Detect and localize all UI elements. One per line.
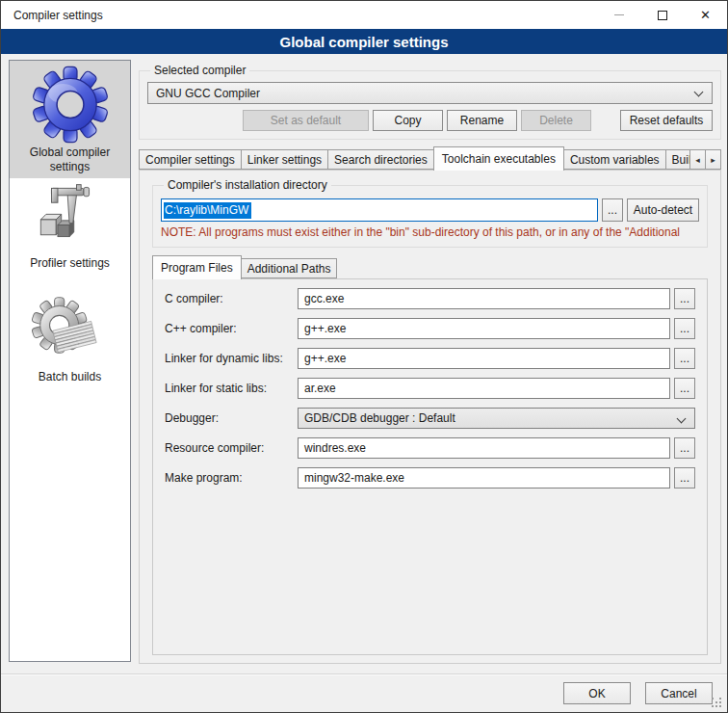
cancel-button[interactable]: Cancel <box>645 682 713 704</box>
window-controls: ✕ <box>597 1 727 29</box>
sidebar-item-batch-builds[interactable]: Batch builds <box>10 286 130 404</box>
installation-directory-group-label: Compiler's installation directory <box>164 178 331 192</box>
copy-button[interactable]: Copy <box>373 110 443 131</box>
browse-c-compiler-button[interactable]: ... <box>674 288 695 309</box>
sidebar-item-label: Profiler settings <box>26 254 114 275</box>
sidebar-item-profiler-settings[interactable]: Profiler settings <box>10 178 130 286</box>
tab-scroll-right-button[interactable]: ▸ <box>705 149 721 170</box>
blue-gear-icon <box>30 66 111 144</box>
debugger-row: Debugger: GDB/CDB debugger : Default <box>165 408 695 429</box>
settings-tabstrip: Compiler settings Linker settings Search… <box>139 145 721 170</box>
selected-compiler-group-label: Selected compiler <box>150 64 249 77</box>
main-panel: Selected compiler GNU GCC Compiler Set a… <box>139 54 721 664</box>
installation-directory-group: Compiler's installation directory C:\ray… <box>152 178 708 248</box>
static-linker-value: ar.exe <box>304 382 336 395</box>
compiler-select[interactable]: GNU GCC Compiler <box>147 82 713 104</box>
compiler-buttons: Set as default Copy Rename Delete Reset … <box>147 110 713 131</box>
minimize-button <box>597 1 640 29</box>
debugger-select[interactable]: GDB/CDB debugger : Default <box>298 408 695 429</box>
browse-make-program-button[interactable]: ... <box>674 467 695 489</box>
selected-compiler-group: Selected compiler GNU GCC Compiler Set a… <box>139 64 721 140</box>
arrow-right-icon: ▸ <box>711 155 715 165</box>
tab-compiler-settings[interactable]: Compiler settings <box>139 149 242 170</box>
set-as-default-button: Set as default <box>243 110 369 131</box>
arrow-left-icon: ◂ <box>695 155 700 165</box>
footer-divider <box>1 673 727 675</box>
make-program-row: Make program: mingw32-make.exe ... <box>165 467 695 489</box>
program-files-tabstrip: Program Files Additional Paths <box>152 254 708 278</box>
tab-scroll-buttons: ◂ ▸ <box>690 149 721 170</box>
debugger-label: Debugger: <box>165 411 298 425</box>
chevron-down-icon <box>694 88 704 97</box>
reset-defaults-button[interactable]: Reset defaults <box>620 110 713 131</box>
resource-compiler-label: Resource compiler: <box>165 441 298 455</box>
caliper-blocks-icon <box>32 183 109 254</box>
maximize-icon <box>658 11 667 20</box>
minimize-icon <box>614 14 624 15</box>
dynamic-linker-row: Linker for dynamic libs: g++.exe ... <box>165 348 695 369</box>
tab-program-files[interactable]: Program Files <box>152 255 242 279</box>
make-program-input[interactable]: mingw32-make.exe <box>298 467 670 489</box>
sidebar-item-global-compiler-settings[interactable]: Global compiler settings <box>10 61 130 178</box>
tab-scroll-left-button[interactable]: ◂ <box>689 149 706 170</box>
browse-static-linker-button[interactable]: ... <box>674 378 695 399</box>
resource-compiler-value: windres.exe <box>304 441 366 455</box>
page-title: Global compiler settings <box>1 29 727 54</box>
program-files-panel: C compiler: gcc.exe ... C++ compiler: g+… <box>152 278 708 655</box>
close-icon: ✕ <box>700 9 711 21</box>
resize-grip-icon[interactable] <box>712 698 723 709</box>
delete-button: Delete <box>521 110 591 131</box>
cpp-compiler-label: C++ compiler: <box>165 322 298 335</box>
cpp-compiler-input[interactable]: g++.exe <box>298 318 670 339</box>
settings-category-list: Global compiler settings <box>9 60 131 662</box>
browse-resource-compiler-button[interactable]: ... <box>674 437 695 459</box>
window-title: Compiler settings <box>1 9 103 22</box>
static-linker-row: Linker for static libs: ar.exe ... <box>165 378 695 399</box>
debugger-value: GDB/CDB debugger : Default <box>304 411 455 425</box>
tab-build-options[interactable]: Build <box>665 149 690 170</box>
cpp-compiler-row: C++ compiler: g++.exe ... <box>165 318 695 339</box>
toolchain-executables-panel: Compiler's installation directory C:\ray… <box>139 170 721 664</box>
rename-button[interactable]: Rename <box>447 110 517 131</box>
make-program-value: mingw32-make.exe <box>304 471 404 485</box>
static-linker-input[interactable]: ar.exe <box>298 378 670 399</box>
dialog-content: Global compiler settings <box>1 54 727 712</box>
installation-directory-input[interactable]: C:\raylib\MinGW <box>161 198 598 222</box>
cpp-compiler-value: g++.exe <box>304 322 346 335</box>
static-linker-label: Linker for static libs: <box>165 382 298 395</box>
dynamic-linker-value: g++.exe <box>304 352 346 365</box>
tab-additional-paths[interactable]: Additional Paths <box>241 258 338 278</box>
c-compiler-row: C compiler: gcc.exe ... <box>165 288 695 309</box>
browse-cpp-compiler-button[interactable]: ... <box>674 318 695 339</box>
c-compiler-label: C compiler: <box>165 292 298 305</box>
installation-directory-row: C:\raylib\MinGW ... Auto-detect <box>161 198 699 222</box>
auto-detect-button[interactable]: Auto-detect <box>627 198 699 222</box>
installation-directory-value: C:\raylib\MinGW <box>164 202 251 219</box>
gray-gear-stack-icon <box>30 291 111 368</box>
resource-compiler-input[interactable]: windres.exe <box>298 437 670 459</box>
tab-linker-settings[interactable]: Linker settings <box>241 149 328 170</box>
make-program-label: Make program: <box>165 471 298 485</box>
titlebar: Compiler settings ✕ <box>1 1 727 29</box>
sidebar-item-label: Batch builds <box>35 368 105 388</box>
resource-compiler-row: Resource compiler: windres.exe ... <box>165 437 695 459</box>
maximize-button[interactable] <box>640 1 684 29</box>
c-compiler-value: gcc.exe <box>304 292 344 305</box>
browse-dynamic-linker-button[interactable]: ... <box>674 348 695 369</box>
note-text: NOTE: All programs must exist either in … <box>161 225 699 239</box>
ok-button[interactable]: OK <box>563 682 631 704</box>
c-compiler-input[interactable]: gcc.exe <box>298 288 670 309</box>
sidebar-item-label: Global compiler settings <box>10 144 130 178</box>
browse-directory-button[interactable]: ... <box>602 198 623 222</box>
dialog-buttons: OK Cancel <box>563 682 713 704</box>
chevron-down-icon <box>677 414 687 424</box>
tab-toolchain-executables[interactable]: Toolchain executables <box>433 146 564 171</box>
tab-custom-variables[interactable]: Custom variables <box>563 149 666 170</box>
compiler-settings-dialog: Compiler settings ✕ Global compiler sett… <box>0 0 728 713</box>
compiler-select-value: GNU GCC Compiler <box>156 87 260 100</box>
dynamic-linker-input[interactable]: g++.exe <box>298 348 670 369</box>
close-button[interactable]: ✕ <box>684 1 727 29</box>
tab-search-directories[interactable]: Search directories <box>327 149 434 170</box>
dynamic-linker-label: Linker for dynamic libs: <box>165 352 298 365</box>
